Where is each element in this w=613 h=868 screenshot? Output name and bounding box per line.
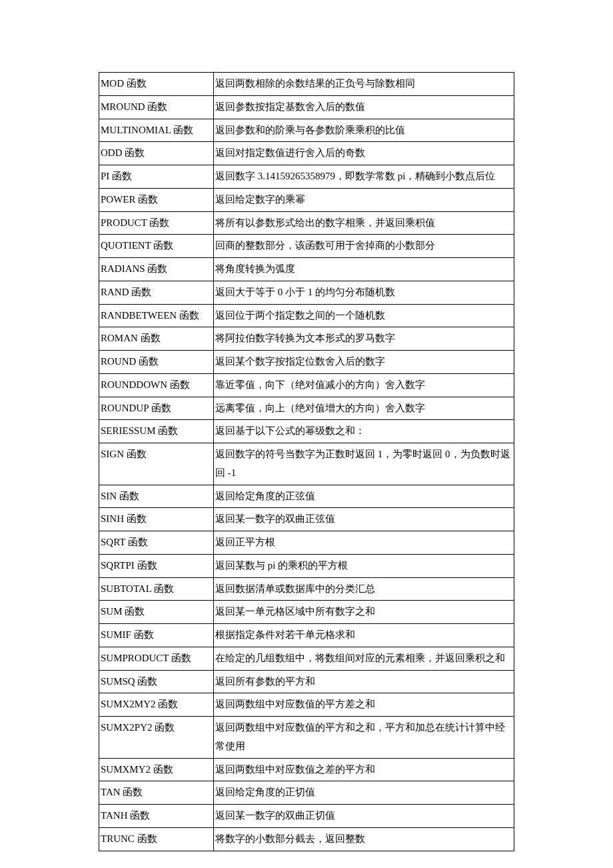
function-desc-cell: 在给定的几组数组中，将数组间对应的元素相乘，并返回乘积之和 (214, 647, 514, 670)
function-name-cell: SUMIF 函数 (99, 624, 214, 647)
function-name-cell: SQRTPI 函数 (99, 554, 214, 577)
function-desc-cell: 返回某个数字按指定位数舍入后的数字 (214, 351, 514, 374)
table-row: SQRTPI 函数返回某数与 pi 的乘积的平方根 (99, 554, 514, 577)
function-desc-cell: 返回某一数字的双曲正切值 (214, 805, 514, 828)
function-desc-cell: 返回参数和的阶乘与各参数阶乘乘积的比值 (214, 119, 514, 142)
function-desc-cell: 返回正平方根 (214, 531, 514, 555)
table-row: RANDBETWEEN 函数返回位于两个指定数之间的一个随机数 (99, 304, 514, 327)
function-desc-cell: 返回参数按指定基数舍入后的数值 (214, 95, 514, 119)
table-row: SUMX2MY2 函数返回两数组中对应数值的平方差之和 (99, 693, 514, 717)
document-page: MOD 函数返回两数相除的余数结果的正负号与除数相同MROUND 函数返回参数按… (0, 0, 613, 868)
table-row: TAN 函数返回给定角度的正切值 (99, 781, 514, 805)
table-row: SERIESSUM 函数返回基于以下公式的幂级数之和： (99, 420, 514, 443)
table-row: SUMXMY2 函数返回两数组中对应数值之差的平方和 (99, 758, 514, 781)
function-name-cell: SUMPRODUCT 函数 (99, 647, 214, 670)
function-name-cell: ROMAN 函数 (99, 327, 214, 351)
function-desc-cell: 返回数据清单或数据库中的分类汇总 (214, 577, 514, 601)
function-name-cell: MROUND 函数 (99, 95, 214, 119)
function-desc-cell: 回商的整数部分，该函数可用于舍掉商的小数部分 (214, 235, 514, 258)
functions-table: MOD 函数返回两数相除的余数结果的正负号与除数相同MROUND 函数返回参数按… (99, 72, 514, 851)
function-desc-cell: 靠近零值，向下（绝对值减小的方向）舍入数字 (214, 373, 514, 397)
function-name-cell: SUMX2PY2 函数 (99, 717, 214, 759)
table-row: PRODUCT 函数将所有以参数形式给出的数字相乘，并返回乘积值 (99, 211, 514, 235)
table-row: SUM 函数返回某一单元格区域中所有数字之和 (99, 601, 514, 624)
function-name-cell: MOD 函数 (99, 73, 214, 96)
table-row: ROUNDDOWN 函数靠近零值，向下（绝对值减小的方向）舍入数字 (99, 373, 514, 397)
function-name-cell: SUBTOTAL 函数 (99, 577, 214, 601)
function-desc-cell: 返回给定角度的正切值 (214, 781, 514, 805)
function-desc-cell: 返回两数组中对应数值的平方和之和，平方和加总在统计计算中经常使用 (214, 717, 514, 759)
function-desc-cell: 返回两数组中对应数值的平方差之和 (214, 693, 514, 717)
table-row: ROMAN 函数将阿拉伯数字转换为文本形式的罗马数字 (99, 327, 514, 351)
table-row: SQRT 函数返回正平方根 (99, 531, 514, 555)
table-row: MULTINOMIAL 函数返回参数和的阶乘与各参数阶乘乘积的比值 (99, 119, 514, 142)
table-row: SIGN 函数返回数字的符号当数字为正数时返回 1，为零时返回 0，为负数时返回… (99, 443, 514, 485)
function-name-cell: RANDBETWEEN 函数 (99, 304, 214, 327)
function-desc-cell: 返回基于以下公式的幂级数之和： (214, 420, 514, 443)
function-name-cell: SIN 函数 (99, 485, 214, 508)
function-name-cell: PRODUCT 函数 (99, 211, 214, 235)
table-row: SINH 函数返回某一数字的双曲正弦值 (99, 508, 514, 531)
table-row: SUMX2PY2 函数返回两数组中对应数值的平方和之和，平方和加总在统计计算中经… (99, 717, 514, 759)
function-desc-cell: 将阿拉伯数字转换为文本形式的罗马数字 (214, 327, 514, 351)
function-desc-cell: 将角度转换为弧度 (214, 258, 514, 281)
function-name-cell: TAN 函数 (99, 781, 214, 805)
function-desc-cell: 返回位于两个指定数之间的一个随机数 (214, 304, 514, 327)
table-row: SUBTOTAL 函数返回数据清单或数据库中的分类汇总 (99, 577, 514, 601)
function-desc-cell: 返回某一单元格区域中所有数字之和 (214, 601, 514, 624)
table-row: TANH 函数返回某一数字的双曲正切值 (99, 805, 514, 828)
function-name-cell: ROUNDUP 函数 (99, 397, 214, 420)
function-name-cell: RADIANS 函数 (99, 258, 214, 281)
function-name-cell: PI 函数 (99, 165, 214, 189)
function-desc-cell: 返回对指定数值进行舍入后的奇数 (214, 142, 514, 165)
function-desc-cell: 返回大于等于 0 小于 1 的均匀分布随机数 (214, 281, 514, 304)
function-desc-cell: 将数字的小数部分截去，返回整数 (214, 827, 514, 851)
table-row: SUMPRODUCT 函数在给定的几组数组中，将数组间对应的元素相乘，并返回乘积… (99, 647, 514, 670)
function-desc-cell: 将所有以参数形式给出的数字相乘，并返回乘积值 (214, 211, 514, 235)
function-name-cell: SUMSQ 函数 (99, 670, 214, 693)
function-desc-cell: 返回某一数字的双曲正弦值 (214, 508, 514, 531)
function-desc-cell: 返回数字的符号当数字为正数时返回 1，为零时返回 0，为负数时返回 -1 (214, 443, 514, 485)
table-row: TRUNC 函数将数字的小数部分截去，返回整数 (99, 827, 514, 851)
table-row: SUMSQ 函数返回所有参数的平方和 (99, 670, 514, 693)
function-desc-cell: 返回两数组中对应数值之差的平方和 (214, 758, 514, 781)
function-name-cell: MULTINOMIAL 函数 (99, 119, 214, 142)
function-desc-cell: 返回给定角度的正弦值 (214, 485, 514, 508)
table-row: QUOTIENT 函数回商的整数部分，该函数可用于舍掉商的小数部分 (99, 235, 514, 258)
function-name-cell: SIGN 函数 (99, 443, 214, 485)
table-row: SUMIF 函数根据指定条件对若干单元格求和 (99, 624, 514, 647)
function-name-cell: SUMXMY2 函数 (99, 758, 214, 781)
table-row: ROUNDUP 函数远离零值，向上（绝对值增大的方向）舍入数字 (99, 397, 514, 420)
table-row: RAND 函数返回大于等于 0 小于 1 的均匀分布随机数 (99, 281, 514, 304)
function-name-cell: SUMX2MY2 函数 (99, 693, 214, 717)
function-name-cell: POWER 函数 (99, 188, 214, 211)
table-row: ODD 函数返回对指定数值进行舍入后的奇数 (99, 142, 514, 165)
function-desc-cell: 返回数字 3.14159265358979，即数学常数 pi，精确到小数点后位 (214, 165, 514, 189)
function-desc-cell: 返回给定数字的乘幂 (214, 188, 514, 211)
function-desc-cell: 根据指定条件对若干单元格求和 (214, 624, 514, 647)
table-row: POWER 函数返回给定数字的乘幂 (99, 188, 514, 211)
table-row: MROUND 函数返回参数按指定基数舍入后的数值 (99, 95, 514, 119)
function-desc-cell: 返回所有参数的平方和 (214, 670, 514, 693)
function-desc-cell: 远离零值，向上（绝对值增大的方向）舍入数字 (214, 397, 514, 420)
table-row: ROUND 函数返回某个数字按指定位数舍入后的数字 (99, 351, 514, 374)
function-name-cell: QUOTIENT 函数 (99, 235, 214, 258)
table-row: SIN 函数返回给定角度的正弦值 (99, 485, 514, 508)
function-name-cell: SERIESSUM 函数 (99, 420, 214, 443)
function-name-cell: ODD 函数 (99, 142, 214, 165)
function-name-cell: ROUND 函数 (99, 351, 214, 374)
function-name-cell: SINH 函数 (99, 508, 214, 531)
function-name-cell: SQRT 函数 (99, 531, 214, 555)
function-name-cell: ROUNDDOWN 函数 (99, 373, 214, 397)
function-desc-cell: 返回两数相除的余数结果的正负号与除数相同 (214, 73, 514, 96)
function-name-cell: RAND 函数 (99, 281, 214, 304)
function-name-cell: SUM 函数 (99, 601, 214, 624)
table-row: MOD 函数返回两数相除的余数结果的正负号与除数相同 (99, 73, 514, 96)
function-name-cell: TANH 函数 (99, 805, 214, 828)
table-row: PI 函数返回数字 3.14159265358979，即数学常数 pi，精确到小… (99, 165, 514, 189)
table-row: RADIANS 函数将角度转换为弧度 (99, 258, 514, 281)
function-desc-cell: 返回某数与 pi 的乘积的平方根 (214, 554, 514, 577)
function-name-cell: TRUNC 函数 (99, 827, 214, 851)
